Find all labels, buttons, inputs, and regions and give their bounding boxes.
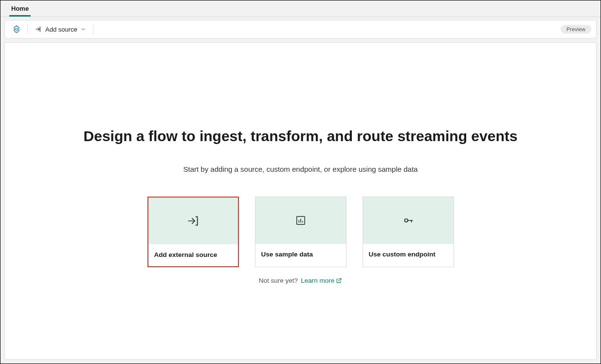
external-link-icon bbox=[336, 277, 342, 284]
toolbar-divider bbox=[93, 24, 93, 35]
tab-strip: Home bbox=[0, 0, 601, 17]
card-label: Use custom endpoint bbox=[363, 244, 454, 266]
card-icon-area bbox=[148, 198, 238, 244]
arrow-in-icon bbox=[187, 215, 200, 227]
gear-icon bbox=[12, 25, 21, 34]
toolbar: Add source Preview bbox=[4, 20, 597, 38]
page-title: Design a flow to ingest, transform, and … bbox=[84, 128, 518, 145]
chevron-down-icon bbox=[80, 26, 86, 32]
svg-point-2 bbox=[404, 219, 408, 222]
card-add-external-source[interactable]: Add external source bbox=[147, 197, 239, 267]
svg-point-0 bbox=[16, 28, 18, 31]
bar-chart-icon bbox=[295, 215, 306, 226]
card-icon-area bbox=[363, 197, 454, 244]
app-shell: Home Add source bbox=[0, 0, 601, 364]
arrow-in-icon bbox=[35, 25, 42, 33]
toolbar-divider bbox=[27, 24, 28, 35]
card-label: Add external source bbox=[148, 244, 238, 266]
footer-prompt: Not sure yet? bbox=[259, 277, 298, 284]
preview-badge: Preview bbox=[561, 25, 591, 34]
settings-button[interactable] bbox=[10, 22, 23, 36]
add-source-label: Add source bbox=[45, 26, 77, 33]
learn-more-label: Learn more bbox=[301, 277, 334, 284]
footer-hint: Not sure yet? Learn more bbox=[259, 277, 342, 284]
add-source-button[interactable]: Add source bbox=[32, 23, 89, 35]
page-subtitle: Start by adding a source, custom endpoin… bbox=[183, 165, 418, 173]
card-use-custom-endpoint[interactable]: Use custom endpoint bbox=[363, 197, 454, 267]
card-label: Use sample data bbox=[255, 244, 346, 266]
learn-more-link[interactable]: Learn more bbox=[301, 277, 342, 284]
card-use-sample-data[interactable]: Use sample data bbox=[255, 197, 346, 267]
card-row: Add external source Use sample data bbox=[147, 197, 454, 267]
canvas: Design a flow to ingest, transform, and … bbox=[4, 42, 597, 360]
key-icon bbox=[402, 214, 415, 227]
card-icon-area bbox=[255, 197, 346, 244]
tab-home[interactable]: Home bbox=[9, 1, 31, 17]
